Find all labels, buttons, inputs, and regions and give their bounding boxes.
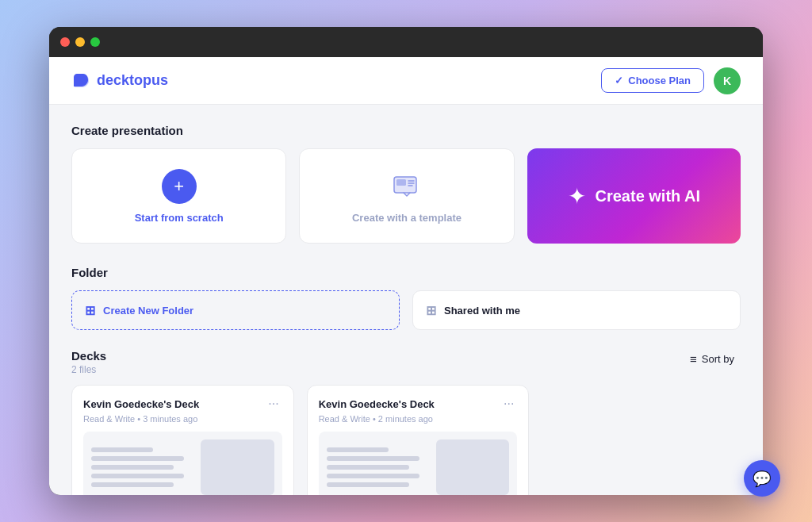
chat-bubble-button[interactable]: 💬: [744, 460, 780, 497]
thumb-line: [91, 456, 184, 461]
deck-meta-1: Read & Write • 3 minutes ago: [83, 414, 282, 424]
sort-icon: ≡: [690, 352, 697, 366]
deck-spacer: [542, 385, 741, 495]
decks-header: Decks 2 files ≡ Sort by: [71, 349, 741, 375]
thumb-line: [91, 474, 184, 478]
deck-thumbnail-2: [319, 432, 518, 495]
plus-icon: +: [174, 178, 184, 195]
scratch-icon: +: [162, 169, 197, 204]
thumb-line: [91, 482, 174, 487]
choose-plan-icon: ✓: [615, 75, 623, 86]
create-section-title: Create presentation: [71, 124, 741, 137]
minimize-button[interactable]: [75, 37, 85, 47]
ai-sparkle-icon: ✦: [568, 183, 586, 209]
template-icon: [389, 169, 424, 204]
thumb-line: [327, 456, 419, 461]
avatar-initial: K: [723, 75, 731, 87]
create-new-folder-card[interactable]: ⊞ Create New Folder: [71, 290, 400, 330]
main-content: Create presentation + Start from scratch: [49, 105, 763, 495]
deck-card-1[interactable]: Kevin Goedecke's Deck ··· Read & Write •…: [71, 385, 294, 495]
folder-cards: ⊞ Create New Folder ⊞ Shared with me: [71, 290, 741, 330]
scratch-label: Start from scratch: [135, 212, 224, 224]
deck-menu-button-1[interactable]: ···: [265, 397, 282, 411]
decks-count: 2 files: [71, 364, 106, 375]
maximize-button[interactable]: [90, 37, 100, 47]
deck-thumb-lines-1: [91, 439, 194, 495]
thumb-line: [327, 482, 409, 487]
header: decktopus ✓ Choose Plan K: [49, 57, 763, 105]
deck-card-header-2: Kevin Goedecke's Deck ···: [319, 397, 518, 411]
create-ai-card[interactable]: ✦ Create with AI: [527, 148, 741, 244]
deck-thumb-image-2: [436, 439, 509, 495]
deck-menu-button-2[interactable]: ···: [500, 397, 517, 411]
sort-by-label: Sort by: [702, 353, 734, 365]
titlebar: [49, 27, 763, 57]
close-button[interactable]: [60, 37, 70, 47]
deck-cards: Kevin Goedecke's Deck ··· Read & Write •…: [71, 385, 741, 495]
avatar[interactable]: K: [714, 67, 741, 94]
deck-thumbnail-1: [83, 432, 282, 495]
folder-shared-icon: ⊞: [426, 303, 436, 318]
thumb-line: [327, 474, 419, 478]
logo-text: decktopus: [97, 72, 168, 89]
deck-title-1: Kevin Goedecke's Deck: [83, 398, 199, 410]
choose-plan-label: Choose Plan: [628, 75, 691, 86]
create-new-folder-label: Create New Folder: [103, 305, 193, 317]
app-content: decktopus ✓ Choose Plan K Create present…: [49, 57, 763, 495]
folder-new-icon: ⊞: [85, 303, 95, 318]
chat-bubble-icon: 💬: [753, 470, 772, 488]
shared-with-me-card[interactable]: ⊞ Shared with me: [412, 290, 741, 330]
traffic-lights: [60, 37, 100, 47]
deck-card-2[interactable]: Kevin Goedecke's Deck ··· Read & Write •…: [307, 385, 530, 495]
template-label: Create with a template: [352, 212, 462, 224]
create-template-card[interactable]: Create with a template: [299, 148, 514, 244]
choose-plan-button[interactable]: ✓ Choose Plan: [601, 68, 704, 93]
logo-icon: [71, 71, 90, 90]
sort-by-button[interactable]: ≡ Sort by: [684, 349, 741, 369]
thumb-line: [91, 447, 153, 452]
create-scratch-card[interactable]: + Start from scratch: [71, 148, 286, 244]
thumb-line: [327, 447, 389, 452]
thumb-line: [327, 465, 409, 470]
app-window: decktopus ✓ Choose Plan K Create present…: [49, 27, 763, 495]
header-right: ✓ Choose Plan K: [601, 67, 741, 94]
folder-section-title: Folder: [71, 266, 741, 279]
create-cards: + Start from scratch: [71, 148, 741, 244]
deck-thumb-image-1: [201, 439, 274, 495]
deck-title-2: Kevin Goedecke's Deck: [319, 398, 435, 410]
decks-title: Decks: [71, 349, 106, 363]
deck-thumb-lines-2: [327, 439, 430, 495]
deck-meta-2: Read & Write • 2 minutes ago: [319, 414, 518, 424]
thumb-line: [91, 465, 174, 470]
deck-card-header-1: Kevin Goedecke's Deck ···: [83, 397, 282, 411]
shared-with-me-label: Shared with me: [444, 305, 520, 317]
decks-title-group: Decks 2 files: [71, 349, 106, 375]
ai-label: Create with AI: [596, 187, 701, 205]
logo[interactable]: decktopus: [71, 71, 168, 90]
svg-rect-2: [396, 179, 406, 186]
